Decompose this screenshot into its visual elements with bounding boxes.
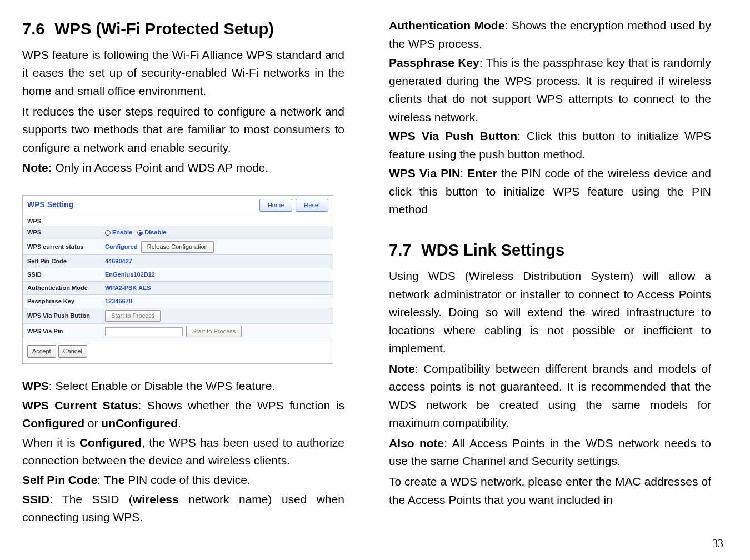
def-configured-explain: When it is Configured, the WPS has been … — [22, 434, 344, 470]
cfg-p1a: When it is — [22, 436, 79, 449]
wds-para-2: To create a WDS network, please enter th… — [389, 473, 711, 509]
table-row: WPS Via Pin Start to Process — [23, 324, 333, 339]
def-current-status: WPS Current Status: Shows whether the WP… — [22, 397, 344, 433]
def-wps: WPS: Select Enable or Disable the WPS fe… — [22, 377, 344, 396]
right-column: Authentication Mode: Shows the encryptio… — [389, 17, 711, 528]
left-column: 7.6WPS (Wi-Fi Protected Setup) WPS featu… — [22, 17, 344, 528]
cancel-button[interactable]: Cancel — [58, 345, 87, 358]
wps-settings-screenshot: WPS Setting Home Reset WPS WPS Enable Di… — [22, 195, 333, 364]
table-row: WPS Via Push Button Start to Process — [23, 308, 333, 324]
wds-also-label: Also note — [389, 437, 444, 449]
pass-value: 12345678 — [101, 295, 333, 308]
note-text: Only in Access Point and WDS AP mode. — [52, 161, 268, 174]
table-row: WPS Enable Disable — [23, 226, 333, 239]
def-ssid: SSID: The SSID (wireless network name) u… — [22, 491, 344, 527]
screenshot-header: WPS Setting Home Reset — [23, 196, 333, 214]
enable-radio[interactable] — [105, 230, 111, 236]
release-config-button[interactable]: Release Configuration — [141, 241, 214, 253]
def-viapin-colon: : — [460, 167, 467, 179]
wds-also-note: Also note: All Access Points in the WDS … — [389, 434, 711, 471]
table-row: Self Pin Code 44690427 — [23, 254, 333, 268]
table-row: SSID EnGenius102D12 — [23, 268, 333, 282]
def-selfpin: Self Pin Code: The PIN code of this devi… — [22, 471, 344, 489]
wds-note-body: : Compatibility between different brands… — [389, 362, 711, 429]
accept-button[interactable]: Accept — [27, 345, 56, 358]
push-start-button[interactable]: Start to Process — [105, 310, 161, 322]
def-passkey-term: Passphrase Key — [389, 56, 479, 69]
wds-para-1: Using WDS (Wireless Distribution System)… — [389, 267, 711, 358]
section-heading-7-7: 7.7WDS Link Settings — [389, 238, 711, 263]
wps-settings-table: WPS Enable Disable WPS current status Co… — [23, 226, 333, 339]
disable-label: Disable — [144, 229, 166, 236]
home-button[interactable]: Home — [259, 199, 292, 212]
def-ssid-body1: : The SSID ( — [49, 493, 133, 506]
push-row-label: WPS Via Push Button — [23, 308, 101, 324]
pin-input[interactable] — [105, 327, 183, 336]
def-selfpin-body: PIN code of this device. — [124, 473, 250, 486]
screenshot-title: WPS Setting — [27, 199, 73, 211]
status-value: Configured — [105, 243, 138, 250]
table-row: WPS current status Configured Release Co… — [23, 239, 333, 254]
selfpin-value: 44690427 — [101, 254, 333, 268]
def-dot: . — [178, 417, 181, 429]
note-line: Note: Only in Access Point and WDS AP mo… — [22, 159, 344, 177]
wds-note: Note: Compatibility between different br… — [389, 360, 711, 432]
def-curstatus-body1: : Shows whether the WPS function is — [138, 399, 344, 412]
pin-start-button[interactable]: Start to Process — [186, 326, 242, 337]
def-passkey: Passphrase Key: This is the passphrase k… — [389, 54, 711, 126]
def-selfpin-the: The — [104, 473, 124, 486]
intro-para-1: WPS feature is following the Wi-Fi Allia… — [22, 46, 344, 101]
enable-label: Enable — [112, 229, 132, 236]
reset-button[interactable]: Reset — [296, 199, 328, 212]
section-number: 7.6 — [22, 20, 44, 38]
def-ssid-term: SSID — [22, 493, 49, 506]
definitions-left: WPS: Select Enable or Disable the WPS fe… — [22, 377, 344, 526]
auth-row-label: Authentication Mode — [23, 282, 101, 295]
def-or: or — [84, 417, 101, 429]
pin-row-label: WPS Via Pin — [23, 324, 101, 339]
def-curstatus-term: WPS Current Status — [22, 399, 138, 412]
section-title-77: WDS Link Settings — [421, 241, 564, 259]
section-number-77: 7.7 — [389, 241, 411, 259]
note-label: Note: — [22, 161, 52, 174]
def-unconfigured-word: unConfigured — [101, 417, 178, 429]
intro-para-2: It reduces the user steps required to co… — [22, 103, 344, 157]
def-pushbutton: WPS Via Push Button: Click this button t… — [389, 127, 711, 163]
def-authmode: Authentication Mode: Shows the encryptio… — [389, 17, 711, 53]
def-enter-word: Enter — [467, 167, 497, 179]
section-heading-7-6: 7.6WPS (Wi-Fi Protected Setup) — [22, 17, 344, 42]
def-pushbutton-term: WPS Via Push Button — [389, 129, 517, 142]
table-row: Passphrase Key 12345678 — [23, 295, 333, 308]
def-selfpin-colon: : — [97, 473, 104, 486]
definitions-right: Authentication Mode: Shows the encryptio… — [389, 17, 711, 219]
section-title: WPS (Wi-Fi Protected Setup) — [54, 20, 273, 38]
status-row-label: WPS current status — [23, 239, 101, 254]
selfpin-row-label: Self Pin Code — [23, 254, 101, 268]
wps-row-label: WPS — [23, 226, 101, 239]
ssid-value: EnGenius102D12 — [101, 268, 333, 282]
def-wireless-word: wireless — [133, 493, 179, 506]
page-number: 33 — [712, 537, 723, 550]
def-wps-term: WPS — [22, 379, 49, 392]
disable-radio[interactable] — [137, 230, 143, 236]
auth-value: WPA2-PSK AES — [101, 282, 333, 295]
def-wps-body: : Select Enable or Disable the WPS featu… — [49, 379, 275, 392]
def-viapin-term: WPS Via PIN — [389, 167, 460, 179]
def-selfpin-term: Self Pin Code — [22, 473, 97, 486]
cfg-p1b: Configured — [79, 436, 142, 449]
def-configured-word: Configured — [22, 417, 84, 429]
pass-row-label: Passphrase Key — [23, 295, 101, 308]
def-authmode-term: Authentication Mode — [389, 19, 504, 32]
wps-section-label: WPS — [23, 214, 333, 226]
ssid-row-label: SSID — [23, 268, 101, 282]
table-row: Authentication Mode WPA2-PSK AES — [23, 282, 333, 295]
wds-note-label: Note — [389, 362, 415, 375]
def-viapin: WPS Via PIN: Enter the PIN code of the w… — [389, 164, 711, 219]
